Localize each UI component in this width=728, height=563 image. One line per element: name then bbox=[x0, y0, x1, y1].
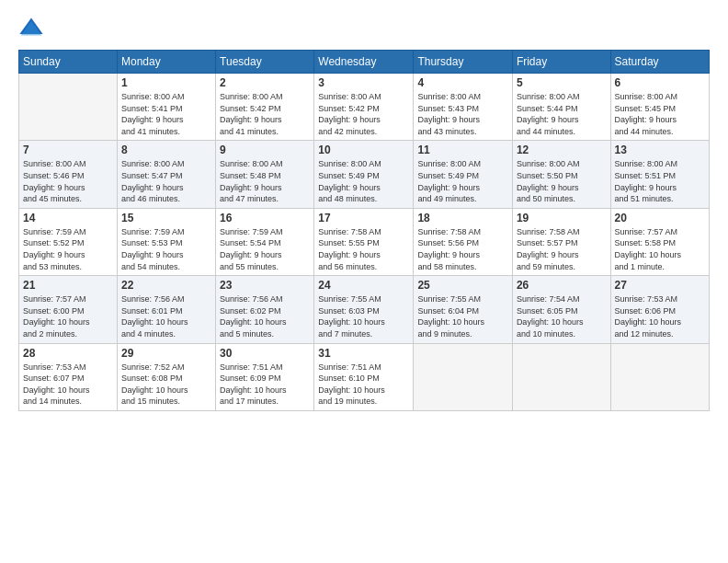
calendar-cell bbox=[512, 343, 610, 410]
day-info: Sunrise: 8:00 AM Sunset: 5:43 PM Dayligh… bbox=[417, 91, 507, 137]
calendar-cell: 22Sunrise: 7:56 AM Sunset: 6:01 PM Dayli… bbox=[117, 276, 215, 343]
calendar-cell: 11Sunrise: 8:00 AM Sunset: 5:49 PM Dayli… bbox=[414, 141, 512, 208]
logo bbox=[18, 15, 48, 40]
calendar-table: SundayMondayTuesdayWednesdayThursdayFrid… bbox=[18, 50, 710, 411]
calendar-cell: 30Sunrise: 7:51 AM Sunset: 6:09 PM Dayli… bbox=[216, 343, 314, 410]
day-info: Sunrise: 7:59 AM Sunset: 5:52 PM Dayligh… bbox=[23, 226, 113, 272]
day-info: Sunrise: 8:00 AM Sunset: 5:47 PM Dayligh… bbox=[121, 158, 211, 204]
calendar-week-row: 21Sunrise: 7:57 AM Sunset: 6:00 PM Dayli… bbox=[19, 276, 710, 343]
day-info: Sunrise: 7:51 AM Sunset: 6:09 PM Dayligh… bbox=[220, 362, 310, 408]
day-info: Sunrise: 7:59 AM Sunset: 5:53 PM Dayligh… bbox=[121, 226, 211, 272]
day-number: 28 bbox=[23, 347, 113, 360]
calendar-cell: 6Sunrise: 8:00 AM Sunset: 5:45 PM Daylig… bbox=[610, 74, 709, 141]
calendar-cell: 24Sunrise: 7:55 AM Sunset: 6:03 PM Dayli… bbox=[314, 276, 414, 343]
calendar-header-row: SundayMondayTuesdayWednesdayThursdayFrid… bbox=[19, 51, 710, 74]
day-info: Sunrise: 8:00 AM Sunset: 5:49 PM Dayligh… bbox=[417, 158, 507, 204]
day-info: Sunrise: 7:58 AM Sunset: 5:57 PM Dayligh… bbox=[517, 226, 607, 272]
weekday-header: Wednesday bbox=[314, 51, 414, 74]
day-info: Sunrise: 7:55 AM Sunset: 6:03 PM Dayligh… bbox=[318, 293, 409, 339]
day-info: Sunrise: 7:53 AM Sunset: 6:06 PM Dayligh… bbox=[615, 293, 705, 339]
day-number: 24 bbox=[318, 279, 409, 292]
day-number: 27 bbox=[615, 279, 705, 292]
calendar-week-row: 14Sunrise: 7:59 AM Sunset: 5:52 PM Dayli… bbox=[19, 208, 710, 275]
day-info: Sunrise: 7:55 AM Sunset: 6:04 PM Dayligh… bbox=[417, 293, 507, 339]
day-number: 10 bbox=[318, 144, 409, 156]
day-number: 25 bbox=[417, 279, 507, 292]
day-number: 14 bbox=[23, 212, 113, 224]
weekday-header: Sunday bbox=[19, 51, 118, 74]
calendar-cell: 23Sunrise: 7:56 AM Sunset: 6:02 PM Dayli… bbox=[216, 276, 314, 343]
calendar-week-row: 1Sunrise: 8:00 AM Sunset: 5:41 PM Daylig… bbox=[19, 74, 710, 141]
day-info: Sunrise: 8:00 AM Sunset: 5:46 PM Dayligh… bbox=[23, 158, 113, 204]
calendar-cell: 18Sunrise: 7:58 AM Sunset: 5:56 PM Dayli… bbox=[414, 208, 512, 275]
calendar-cell: 4Sunrise: 8:00 AM Sunset: 5:43 PM Daylig… bbox=[414, 74, 512, 141]
calendar-cell: 2Sunrise: 8:00 AM Sunset: 5:42 PM Daylig… bbox=[216, 74, 314, 141]
day-number: 16 bbox=[220, 212, 310, 224]
day-number: 15 bbox=[121, 212, 211, 224]
day-number: 31 bbox=[318, 347, 409, 360]
day-info: Sunrise: 7:56 AM Sunset: 6:02 PM Dayligh… bbox=[220, 293, 310, 339]
calendar-cell: 16Sunrise: 7:59 AM Sunset: 5:54 PM Dayli… bbox=[216, 208, 314, 275]
weekday-header: Friday bbox=[512, 51, 610, 74]
calendar-cell: 14Sunrise: 7:59 AM Sunset: 5:52 PM Dayli… bbox=[19, 208, 118, 275]
header bbox=[18, 15, 710, 40]
day-number: 30 bbox=[220, 347, 310, 360]
day-info: Sunrise: 8:00 AM Sunset: 5:49 PM Dayligh… bbox=[318, 158, 409, 204]
calendar-cell: 20Sunrise: 7:57 AM Sunset: 5:58 PM Dayli… bbox=[610, 208, 709, 275]
calendar-cell: 10Sunrise: 8:00 AM Sunset: 5:49 PM Dayli… bbox=[314, 141, 414, 208]
day-info: Sunrise: 8:00 AM Sunset: 5:50 PM Dayligh… bbox=[517, 158, 607, 204]
day-number: 18 bbox=[417, 212, 507, 224]
calendar-cell: 31Sunrise: 7:51 AM Sunset: 6:10 PM Dayli… bbox=[314, 343, 414, 410]
calendar-week-row: 28Sunrise: 7:53 AM Sunset: 6:07 PM Dayli… bbox=[19, 343, 710, 410]
calendar-cell: 19Sunrise: 7:58 AM Sunset: 5:57 PM Dayli… bbox=[512, 208, 610, 275]
weekday-header: Saturday bbox=[610, 51, 709, 74]
calendar-cell: 7Sunrise: 8:00 AM Sunset: 5:46 PM Daylig… bbox=[19, 141, 118, 208]
day-info: Sunrise: 8:00 AM Sunset: 5:41 PM Dayligh… bbox=[121, 91, 211, 137]
day-info: Sunrise: 7:59 AM Sunset: 5:54 PM Dayligh… bbox=[220, 226, 310, 272]
day-info: Sunrise: 7:57 AM Sunset: 6:00 PM Dayligh… bbox=[23, 293, 113, 339]
calendar-cell: 17Sunrise: 7:58 AM Sunset: 5:55 PM Dayli… bbox=[314, 208, 414, 275]
day-number: 7 bbox=[23, 144, 113, 156]
day-info: Sunrise: 7:56 AM Sunset: 6:01 PM Dayligh… bbox=[121, 293, 211, 339]
calendar-cell: 5Sunrise: 8:00 AM Sunset: 5:44 PM Daylig… bbox=[512, 74, 610, 141]
day-info: Sunrise: 8:00 AM Sunset: 5:42 PM Dayligh… bbox=[318, 91, 409, 137]
calendar-cell: 26Sunrise: 7:54 AM Sunset: 6:05 PM Dayli… bbox=[512, 276, 610, 343]
day-number: 22 bbox=[121, 279, 211, 292]
day-number: 8 bbox=[121, 144, 211, 156]
day-info: Sunrise: 7:52 AM Sunset: 6:08 PM Dayligh… bbox=[121, 362, 211, 408]
calendar-cell: 8Sunrise: 8:00 AM Sunset: 5:47 PM Daylig… bbox=[117, 141, 215, 208]
day-number: 4 bbox=[417, 76, 507, 89]
day-number: 5 bbox=[517, 76, 607, 89]
day-info: Sunrise: 7:54 AM Sunset: 6:05 PM Dayligh… bbox=[517, 293, 607, 339]
day-number: 3 bbox=[318, 76, 409, 89]
day-number: 13 bbox=[615, 144, 705, 156]
day-number: 9 bbox=[220, 144, 310, 156]
calendar-cell: 27Sunrise: 7:53 AM Sunset: 6:06 PM Dayli… bbox=[610, 276, 709, 343]
logo-icon bbox=[18, 15, 44, 40]
calendar-cell: 15Sunrise: 7:59 AM Sunset: 5:53 PM Dayli… bbox=[117, 208, 215, 275]
day-info: Sunrise: 8:00 AM Sunset: 5:48 PM Dayligh… bbox=[220, 158, 310, 204]
weekday-header: Thursday bbox=[414, 51, 512, 74]
calendar-cell: 25Sunrise: 7:55 AM Sunset: 6:04 PM Dayli… bbox=[414, 276, 512, 343]
day-info: Sunrise: 8:00 AM Sunset: 5:42 PM Dayligh… bbox=[220, 91, 310, 137]
day-number: 11 bbox=[417, 144, 507, 156]
calendar-cell: 13Sunrise: 8:00 AM Sunset: 5:51 PM Dayli… bbox=[610, 141, 709, 208]
day-number: 26 bbox=[517, 279, 607, 292]
calendar-cell: 21Sunrise: 7:57 AM Sunset: 6:00 PM Dayli… bbox=[19, 276, 118, 343]
day-number: 29 bbox=[121, 347, 211, 360]
day-info: Sunrise: 7:58 AM Sunset: 5:55 PM Dayligh… bbox=[318, 226, 409, 272]
day-number: 19 bbox=[517, 212, 607, 224]
day-number: 17 bbox=[318, 212, 409, 224]
calendar-cell bbox=[414, 343, 512, 410]
calendar-cell: 1Sunrise: 8:00 AM Sunset: 5:41 PM Daylig… bbox=[117, 74, 215, 141]
day-info: Sunrise: 7:51 AM Sunset: 6:10 PM Dayligh… bbox=[318, 362, 409, 408]
calendar-cell: 12Sunrise: 8:00 AM Sunset: 5:50 PM Dayli… bbox=[512, 141, 610, 208]
day-number: 20 bbox=[615, 212, 705, 224]
main-container: SundayMondayTuesdayWednesdayThursdayFrid… bbox=[0, 0, 728, 420]
day-number: 21 bbox=[23, 279, 113, 292]
day-number: 1 bbox=[121, 76, 211, 89]
calendar-week-row: 7Sunrise: 8:00 AM Sunset: 5:46 PM Daylig… bbox=[19, 141, 710, 208]
calendar-cell: 3Sunrise: 8:00 AM Sunset: 5:42 PM Daylig… bbox=[314, 74, 414, 141]
day-info: Sunrise: 8:00 AM Sunset: 5:44 PM Dayligh… bbox=[517, 91, 607, 137]
calendar-cell bbox=[19, 74, 118, 141]
